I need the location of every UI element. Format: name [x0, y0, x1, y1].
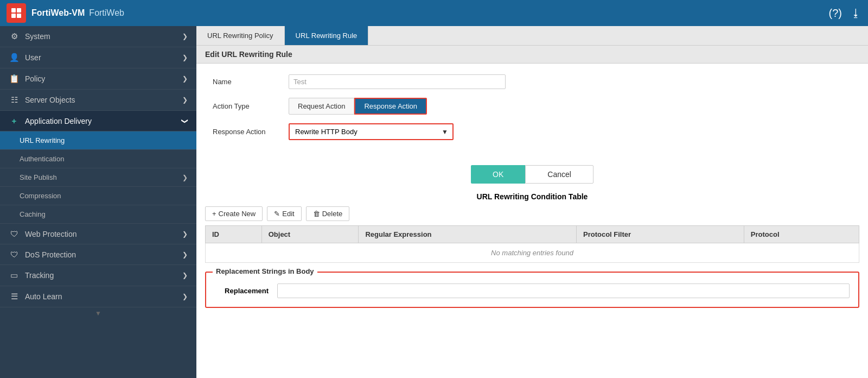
chevron-site-publish-icon: ❯: [182, 174, 188, 181]
edit-label: Edit: [282, 210, 294, 218]
chevron-tracking-icon: ❯: [182, 272, 188, 279]
response-action-label: Response Action: [213, 128, 289, 136]
form-buttons: OK Cancel: [196, 165, 868, 184]
replacement-section: Replacement Strings in Body Replacement: [205, 272, 859, 308]
col-protocol-filter: Protocol Filter: [576, 226, 744, 243]
delete-button[interactable]: 🗑 Delete: [306, 206, 350, 221]
replacement-input[interactable]: [277, 284, 850, 298]
plus-icon: +: [212, 210, 216, 218]
table-container: ID Object Regular Expression Protocol Fi…: [196, 225, 868, 263]
condition-table-title: URL Rewriting Condition Table: [196, 192, 868, 201]
sidebar-item-url-rewriting[interactable]: URL Rewriting: [0, 131, 196, 150]
main-layout: ⚙ System ❯ 👤 User ❯ 📋 Policy ❯ ☷ Server …: [0, 26, 868, 378]
sidebar-item-user[interactable]: 👤 User ❯: [0, 47, 196, 68]
sidebar-label-server-objects: Server Objects: [25, 96, 75, 104]
action-type-row: Action Type Request Action Response Acti…: [213, 98, 852, 115]
sidebar-label-policy: Policy: [25, 74, 45, 83]
request-action-button[interactable]: Request Action: [289, 98, 354, 115]
form-section: Name Action Type Request Action Response…: [196, 64, 868, 160]
cancel-button[interactable]: Cancel: [525, 165, 593, 184]
sidebar-item-auto-learn[interactable]: ☰ Auto Learn ❯: [0, 286, 196, 307]
chevron-user-icon: ❯: [182, 54, 188, 61]
chevron-policy-icon: ❯: [182, 75, 188, 83]
sidebar-item-caching[interactable]: Caching: [0, 205, 196, 224]
web-protection-icon: 🛡: [9, 229, 20, 238]
sidebar-label-web-protection: Web Protection: [25, 230, 76, 238]
sidebar-item-compression[interactable]: Compression: [0, 187, 196, 205]
col-object: Object: [261, 226, 359, 243]
edit-button[interactable]: ✎ Edit: [267, 206, 301, 221]
app-header: FortiWeb-VM FortiWeb (?) ⭳: [0, 0, 868, 26]
replacement-legend: Replacement Strings in Body: [213, 267, 317, 275]
sidebar-label-tracking: Tracking: [25, 271, 54, 280]
response-action-button[interactable]: Response Action: [354, 98, 427, 115]
sidebar: ⚙ System ❯ 👤 User ❯ 📋 Policy ❯ ☷ Server …: [0, 26, 196, 378]
replacement-row: Replacement: [215, 284, 850, 298]
condition-table: ID Object Regular Expression Protocol Fi…: [205, 225, 859, 263]
brand-name: FortiWeb: [89, 8, 124, 18]
page-title: Edit URL Rewriting Rule: [196, 46, 868, 64]
col-id: ID: [206, 226, 262, 243]
col-protocol: Protocol: [744, 226, 859, 243]
content-area: URL Rewriting Policy URL Rewriting Rule …: [196, 26, 868, 378]
tab-url-rewriting-rule[interactable]: URL Rewriting Rule: [285, 26, 369, 45]
scroll-indicator: ▼: [0, 307, 196, 319]
sidebar-item-site-publish[interactable]: Site Publish ❯: [0, 168, 196, 187]
tab-url-rewriting-policy[interactable]: URL Rewriting Policy: [196, 26, 285, 45]
no-entries-row: No matching entries found: [206, 243, 859, 263]
sidebar-item-web-protection[interactable]: 🛡 Web Protection ❯: [0, 224, 196, 244]
create-new-button[interactable]: + Create New: [205, 206, 263, 221]
dos-protection-icon: 🛡: [9, 250, 20, 259]
help-icon[interactable]: (?): [829, 7, 842, 20]
app-logo: [7, 3, 26, 23]
tab-bar: URL Rewriting Policy URL Rewriting Rule: [196, 26, 868, 46]
sidebar-item-tracking[interactable]: ▭ Tracking ❯: [0, 265, 196, 286]
user-icon: 👤: [9, 53, 20, 62]
sidebar-item-dos-protection[interactable]: 🛡 DoS Protection ❯: [0, 244, 196, 265]
sidebar-label-site-publish: Site Publish: [20, 173, 57, 181]
sidebar-label-authentication: Authentication: [20, 155, 64, 163]
sidebar-item-authentication[interactable]: Authentication: [0, 150, 196, 168]
chevron-dos-protection-icon: ❯: [182, 251, 188, 259]
delete-label: Delete: [322, 210, 343, 218]
sidebar-item-application-delivery[interactable]: + Application Delivery ❯: [0, 111, 196, 131]
logo-grid: [11, 8, 21, 18]
response-action-row: Response Action Rewrite HTTP Body Redire…: [213, 123, 852, 140]
sidebar-label-url-rewriting: URL Rewriting: [20, 136, 65, 144]
chevron-server-objects-icon: ❯: [182, 96, 188, 104]
replacement-label: Replacement: [215, 287, 269, 295]
name-label: Name: [213, 78, 289, 86]
action-type-label: Action Type: [213, 102, 289, 110]
chevron-system-icon: ❯: [182, 33, 188, 40]
application-delivery-icon: +: [9, 116, 20, 125]
logout-icon[interactable]: ⭳: [851, 7, 861, 20]
server-objects-icon: ☷: [9, 95, 20, 105]
sidebar-label-auto-learn: Auto Learn: [25, 292, 62, 301]
sidebar-item-server-objects[interactable]: ☷ Server Objects ❯: [0, 90, 196, 111]
sidebar-item-policy[interactable]: 📋 Policy ❯: [0, 68, 196, 90]
name-row: Name: [213, 74, 852, 89]
action-type-buttons: Request Action Response Action: [289, 98, 427, 115]
sidebar-label-system: System: [25, 32, 50, 41]
page-content: Edit URL Rewriting Rule Name Action Type…: [196, 46, 868, 378]
sidebar-label-caching: Caching: [20, 210, 46, 218]
sidebar-item-system[interactable]: ⚙ System ❯: [0, 26, 196, 47]
chevron-auto-learn-icon: ❯: [182, 293, 188, 300]
chevron-web-protection-icon: ❯: [182, 230, 188, 238]
auto-learn-icon: ☰: [9, 292, 20, 301]
sidebar-label-user: User: [25, 53, 41, 62]
table-toolbar: + Create New ✎ Edit 🗑 Delete: [196, 206, 868, 221]
select-wrapper: Rewrite HTTP Body Redirect Rewrite Heade…: [290, 124, 452, 139]
chevron-app-delivery-icon: ❯: [181, 118, 189, 124]
create-new-label: Create New: [219, 210, 256, 218]
name-control: [289, 74, 506, 89]
system-icon: ⚙: [9, 32, 20, 41]
edit-icon: ✎: [274, 210, 280, 218]
tracking-icon: ▭: [9, 270, 20, 280]
ok-button[interactable]: OK: [471, 165, 525, 184]
name-input[interactable]: [289, 74, 506, 89]
sidebar-label-application-delivery: Application Delivery: [25, 117, 92, 125]
no-entries-message: No matching entries found: [206, 243, 859, 263]
response-action-select[interactable]: Rewrite HTTP Body Redirect Rewrite Heade…: [290, 124, 452, 139]
product-name: FortiWeb-VM: [31, 8, 85, 18]
